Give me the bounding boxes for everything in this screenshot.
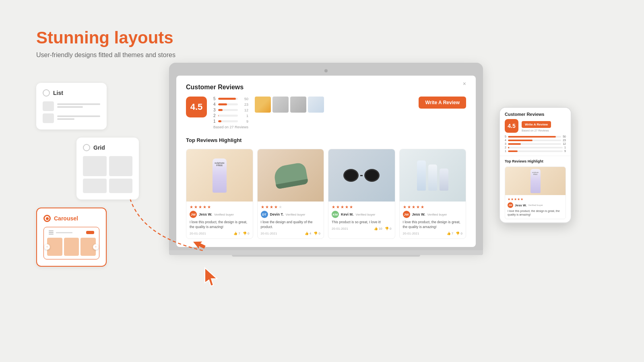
reviewer-row-1: JW Jess W. Verified buyer — [190, 211, 250, 218]
reviewer-row-3: KM Kevi M. Verified buyer — [332, 211, 392, 218]
heading-section: Stunning layouts User-friendly designs f… — [36, 28, 608, 59]
reviewer-name-1: Jess W. — [199, 212, 212, 216]
review-likes-4: 👍 7 👎 0 — [447, 232, 462, 235]
review-likes-2: 👍 4 👎 0 — [305, 232, 320, 235]
review-text-1: I love this product, the design is great… — [190, 220, 250, 230]
list-line-shorter — [57, 118, 74, 120]
page-title: Stunning layouts — [36, 28, 608, 47]
mobile-verified: Verified buyer — [528, 204, 543, 206]
laptop-body: × Customer Reviews 4.5 5 — [169, 63, 483, 250]
mobile-card-body: ★★★★★ JW Jess W. Verified buyer I love t… — [505, 195, 566, 219]
mobile-reviewer-row: JW Jess W. Verified buyer — [508, 202, 563, 208]
layout-option-list[interactable]: List — [36, 83, 107, 130]
review-card-img-3 — [328, 149, 395, 202]
review-card-img-1: sulphate FREE — [186, 149, 253, 202]
star-1-label: 1 — [213, 119, 216, 123]
carousel-title-lines — [56, 232, 84, 233]
grid-card-3 — [83, 179, 107, 193]
review-card-2: ★★★★★ DT Devin T. Verified buyer I love … — [257, 149, 324, 239]
close-icon[interactable]: × — [463, 80, 466, 87]
grid-card-2 — [109, 156, 133, 176]
star-4-count: 23 — [240, 103, 248, 107]
review-likes-1: 👍 7 👎 0 — [233, 232, 249, 235]
reviewer-name-3: Kevi M. — [341, 212, 354, 216]
stars-2: ★★★★★ — [261, 205, 321, 209]
star-5-label: 5 — [213, 97, 216, 101]
avatar-3: KM — [332, 211, 339, 218]
laptop-container: × Customer Reviews 4.5 5 — [169, 63, 483, 255]
reviewer-name-2: Devin T. — [270, 212, 284, 216]
carousel-next-btn[interactable]: › — [93, 244, 99, 250]
top-reviews-title: Top Reviews Highlight — [186, 137, 466, 143]
verified-1: Verified buyer — [214, 213, 234, 216]
reviewer-row-2: DT Devin T. Verified buyer — [261, 211, 321, 218]
review-panel-title: Customer Reviews — [186, 84, 466, 91]
list-preview — [43, 101, 100, 123]
star-5-count: 50 — [240, 97, 248, 101]
carousel-prev-btn[interactable]: ‹ — [44, 244, 50, 250]
mobile-rating-badge: 4.5 — [505, 119, 518, 133]
review-photo-4 — [308, 97, 324, 113]
verified-4: Verified buyer — [427, 213, 447, 216]
review-card-body-4: ★★★★★ JW Jess W. Verified buyer I love t… — [400, 202, 466, 239]
carousel-write-btn — [86, 231, 94, 234]
mobile-header: Customer Reviews 4.5 Write A Review Base… — [500, 108, 571, 156]
review-card-3: ★★★★★ KM Kevi M. Verified buyer This pro… — [328, 149, 395, 239]
review-text-4: I love this product, the design is great… — [403, 220, 463, 230]
review-meta-1: 20-01-2021 👍 7 👎 0 — [190, 232, 250, 235]
star-3-count: 12 — [240, 108, 248, 112]
carousel-option-header: Carousel — [43, 215, 99, 222]
mobile-reviewer-name: Jess W. — [515, 204, 526, 207]
grid-card-1 — [83, 156, 107, 176]
laptop-base — [169, 250, 483, 255]
mobile-write-review-button[interactable]: Write A Review — [522, 121, 551, 128]
review-card-body-3: ★★★★★ KM Kevi M. Verified buyer This pro… — [328, 202, 395, 234]
grid-option-header: Grid — [83, 144, 132, 151]
verified-2: Verified buyer — [286, 213, 305, 216]
review-text-3: This product is so great, I love it! — [332, 220, 392, 225]
stars-1: ★★★★★ — [190, 205, 250, 209]
star-3-label: 3 — [213, 108, 216, 112]
review-photo-3 — [290, 97, 306, 113]
review-card-img-4 — [400, 149, 466, 202]
list-radio — [43, 89, 50, 97]
review-summary: 4.5 5 50 4 — [186, 97, 324, 129]
laptop-camera — [324, 69, 328, 72]
grid-label: Grid — [93, 144, 105, 151]
mobile-content: Top Reviews Highlight sulphate FREE ★★★★… — [500, 156, 571, 222]
carousel-preview: ‹ › — [43, 227, 99, 259]
reviewer-name-4: Jess W. — [412, 212, 425, 216]
mobile-stars: ★★★★★ — [508, 197, 563, 201]
review-photos — [255, 97, 324, 113]
list-line-short — [57, 106, 83, 108]
star-1-count: 9 — [240, 119, 248, 123]
mobile-body: Customer Reviews 4.5 Write A Review Base… — [499, 107, 572, 223]
carousel-topbar — [47, 230, 96, 234]
review-card-body-2: ★★★★★ DT Devin T. Verified buyer I love … — [258, 202, 324, 239]
mobile-top-reviews-title: Top Reviews Highlight — [505, 159, 566, 163]
laptop-screen: × Customer Reviews 4.5 5 — [176, 76, 476, 247]
write-review-button[interactable]: Write A Review — [419, 97, 466, 109]
review-cards-grid: sulphate FREE ★★★★★ JW Jess W. — [186, 149, 466, 239]
mobile-card-img: sulphate FREE — [505, 167, 566, 195]
based-on-text: Based on 27 Reviews — [213, 125, 248, 129]
review-meta-3: 20-01-2021 👍 10 👎 0 — [332, 227, 392, 230]
review-card-1: sulphate FREE ★★★★★ JW Jess W. — [186, 149, 253, 239]
list-line — [57, 103, 100, 105]
verified-3: Verified buyer — [356, 213, 376, 216]
list-label: List — [53, 90, 63, 96]
mobile-container: Customer Reviews 4.5 Write A Review Base… — [499, 107, 572, 223]
list-thumb-1 — [43, 101, 54, 111]
review-likes-3: 👍 10 👎 0 — [374, 227, 392, 230]
avatar-2: DT — [261, 211, 268, 218]
mobile-bars: 5 50 4 23 3 12 — [505, 135, 566, 152]
star-4-label: 4 — [213, 102, 216, 107]
stars-3: ★★★★★ — [332, 205, 392, 209]
review-photo-2 — [272, 97, 289, 113]
review-text-2: I love the design and quality of the pro… — [261, 220, 321, 230]
review-card-4: ★★★★★ JW Jess W. Verified buyer I love t… — [399, 149, 466, 239]
layout-option-carousel[interactable]: Carousel ‹ — [36, 208, 107, 267]
grid-radio — [83, 144, 90, 151]
layout-option-grid[interactable]: Grid — [76, 138, 139, 200]
list-option-header: List — [43, 89, 100, 97]
